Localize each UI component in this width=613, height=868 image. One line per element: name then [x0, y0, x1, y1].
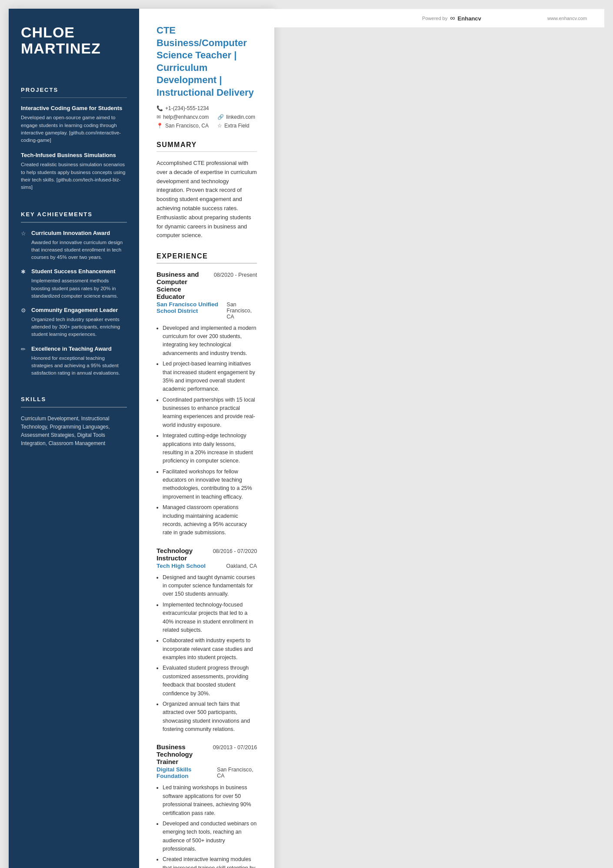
bullet-2-1: Designed and taught dynamic courses in c…: [163, 573, 257, 599]
project-item-1: Interactive Coding Game for Students Dev…: [21, 105, 127, 144]
achievement-title-4: Excellence in Teaching Award: [31, 345, 112, 353]
bullet-2-3: Collaborated with industry experts to in…: [163, 637, 257, 662]
achievement-desc-2: Implemented assessment methods boosting …: [21, 277, 127, 300]
bullet-3-2: Developed and conducted webinars on emer…: [163, 820, 257, 854]
job-1: Business and Computer Science Educator 0…: [157, 271, 257, 537]
job-location-1: San Francisco, CA: [227, 302, 257, 320]
job-dates-1: 08/2020 - Present: [214, 272, 257, 278]
job-3: Business Technology Trainer 09/2013 - 07…: [157, 743, 257, 868]
job-location-3: San Francisco, CA: [217, 767, 257, 779]
bullet-1-2: Led project-based learning initiatives t…: [163, 360, 257, 394]
extra-icon: ☆: [217, 123, 222, 129]
experience-rule: [157, 263, 257, 264]
job-title-2: Technology Instructor: [157, 547, 209, 562]
job-location-2: Oakland, CA: [226, 563, 257, 569]
achievements-divider: [21, 222, 127, 223]
candidate-name: CHLOE MARTINEZ: [21, 24, 127, 57]
skills-divider: [21, 407, 127, 408]
powered-by-label: Powered by: [422, 16, 447, 21]
main-content: CTE Business/Computer Science Teacher | …: [139, 9, 274, 868]
job-company-1: San Francisco Unified School District: [157, 301, 227, 314]
contact-email[interactable]: ✉ help@enhancv.com: [157, 114, 209, 120]
achievement-item-1: ☆ Curriculum Innovation Award Awarded fo…: [21, 230, 127, 261]
location-icon: 📍: [157, 123, 163, 129]
contact-extra: ☆ Extra Field: [217, 123, 249, 129]
job-company-3: Digital Skills Foundation: [157, 766, 217, 779]
achievement-title-2: Student Success Enhancement: [31, 268, 116, 275]
projects-section: PROJECTS Interactive Coding Game for Stu…: [21, 74, 127, 199]
project-title-2: Tech-Infused Business Simulations: [21, 152, 127, 158]
bullet-1-4: Integrated cutting-edge technology appli…: [163, 432, 257, 466]
achievement-icon-3: ⚙: [21, 307, 28, 314]
linkedin-icon: 🔗: [217, 114, 224, 120]
job-dates-3: 09/2013 - 07/2016: [213, 744, 257, 751]
contact-bar: 📞 +1-(234)-555-1234 ✉ help@enhancv.com 🔗…: [157, 105, 257, 129]
achievement-icon-4: ✏: [21, 346, 28, 352]
bullet-2-2: Implemented technology-focused extracurr…: [163, 601, 257, 635]
achievement-item-2: ✱ Student Success Enhancement Implemente…: [21, 268, 127, 300]
achievements-heading: KEY ACHIEVEMENTS: [21, 211, 127, 218]
achievement-icon-2: ✱: [21, 268, 28, 275]
bullet-2-4: Evaluated student progress through custo…: [163, 664, 257, 698]
achievement-title-3: Community Engagement Leader: [31, 307, 118, 314]
achievement-title-1: Curriculum Innovation Award: [31, 230, 110, 237]
job-company-2: Tech High School: [157, 563, 206, 569]
achievement-desc-1: Awarded for innovative curriculum design…: [21, 239, 127, 261]
job-headline: CTE Business/Computer Science Teacher | …: [157, 24, 257, 99]
bullet-1-1: Developed and implemented a modern curri…: [163, 324, 257, 358]
project-title-1: Interactive Coding Game for Students: [21, 105, 127, 111]
bullet-3-3: Created interactive learning modules tha…: [163, 855, 257, 868]
job-bullets-2: Designed and taught dynamic courses in c…: [163, 573, 257, 734]
experience-heading: EXPERIENCE: [157, 252, 257, 260]
sidebar: CHLOE MARTINEZ PROJECTS Interactive Codi…: [9, 9, 139, 868]
footer-left: Powered by ∞ Enhancv: [422, 14, 481, 22]
job-title-3: Business Technology Trainer: [157, 743, 209, 765]
project-item-2: Tech-Infused Business Simulations Create…: [21, 152, 127, 191]
contact-phone: 📞 +1-(234)-555-1234: [157, 105, 209, 111]
project-desc-2: Created realistic business simulation sc…: [21, 161, 127, 191]
bullet-2-5: Organized annual tech fairs that attract…: [163, 700, 257, 734]
job-bullets-3: Led training workshops in business softw…: [163, 784, 257, 868]
summary-text: Accomplished CTE professional with over …: [157, 159, 257, 240]
summary-heading: SUMMARY: [157, 141, 257, 149]
projects-heading: PROJECTS: [21, 87, 127, 93]
experience-section: EXPERIENCE Business and Computer Science…: [157, 252, 257, 868]
job-2: Technology Instructor 08/2016 - 07/2020 …: [157, 547, 257, 734]
skills-heading: SKILLS: [21, 396, 127, 402]
achievement-desc-4: Honored for exceptional teaching strateg…: [21, 355, 127, 377]
achievements-section: KEY ACHIEVEMENTS ☆ Curriculum Innovation…: [21, 199, 127, 384]
job-title-1: Business and Computer Science Educator: [157, 271, 210, 300]
skills-content: Curriculum Development, Instructional Te…: [21, 415, 127, 448]
contact-linkedin[interactable]: 🔗 linkedin.com: [217, 114, 255, 120]
achievement-item-4: ✏ Excellence in Teaching Award Honored f…: [21, 345, 127, 377]
job-dates-2: 08/2016 - 07/2020: [213, 548, 257, 554]
summary-section: SUMMARY Accomplished CTE professional wi…: [157, 141, 257, 241]
email-icon: ✉: [157, 114, 161, 120]
footer: Powered by ∞ Enhancv www.enhancv.com: [274, 9, 604, 27]
bullet-1-6: Managed classroom operations including m…: [163, 503, 257, 537]
resume-container: CHLOE MARTINEZ PROJECTS Interactive Codi…: [9, 9, 274, 868]
projects-divider: [21, 97, 127, 98]
skills-section: SKILLS Curriculum Development, Instructi…: [21, 384, 127, 448]
achievement-icon-1: ☆: [21, 230, 28, 237]
bullet-1-3: Coordinated partnerships with 15 local b…: [163, 396, 257, 430]
achievement-desc-3: Organized tech industry speaker events a…: [21, 316, 127, 338]
bullet-1-5: Facilitated workshops for fellow educato…: [163, 468, 257, 502]
bullet-3-1: Led training workshops in business softw…: [163, 784, 257, 818]
job-bullets-1: Developed and implemented a modern curri…: [163, 324, 257, 537]
footer-website: www.enhancv.com: [547, 16, 587, 21]
enhancv-brand: Enhancv: [458, 15, 481, 22]
contact-location: 📍 San Francisco, CA: [157, 123, 209, 129]
project-desc-1: Developed an open-source game aimed to e…: [21, 114, 127, 144]
achievement-item-3: ⚙ Community Engagement Leader Organized …: [21, 307, 127, 338]
phone-icon: 📞: [157, 105, 163, 111]
enhancv-logo-icon: ∞: [450, 14, 455, 22]
summary-rule: [157, 151, 257, 152]
